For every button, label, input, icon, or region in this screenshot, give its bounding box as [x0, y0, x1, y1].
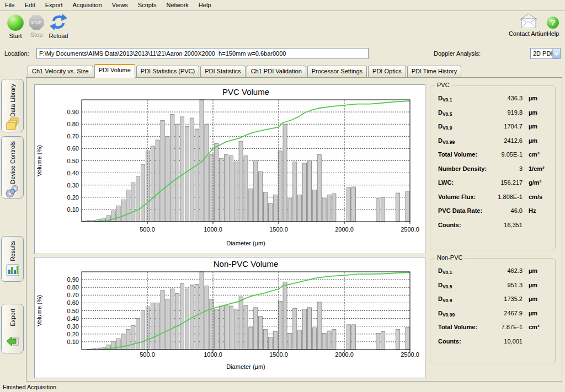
stat-label-subscript: V0.9 [443, 125, 452, 131]
stat-unit: cm/s [529, 194, 551, 200]
stat-unit: µm [529, 282, 551, 288]
stat-label: DV0.1 [438, 95, 452, 101]
svg-text:0.80: 0.80 [67, 121, 79, 127]
start-button-label: Start [3, 33, 28, 39]
tab-processor-settings[interactable]: Processor Settings [307, 66, 367, 77]
stat-label-subscript: V0.5 [443, 111, 452, 117]
location-input[interactable] [36, 48, 369, 59]
stat-label: Volume Flux: [438, 194, 476, 200]
non-pvc-volume-chart: Non-PVC VolumeDiameter (µm)Volume (%)0.1… [34, 257, 425, 378]
stat-unit: µm [529, 310, 551, 316]
stat-value: 1735.2 [488, 296, 523, 302]
stat-label: DV0.5 [438, 109, 452, 116]
stat-value: 46.0 [488, 207, 523, 214]
svg-text:2000.0: 2000.0 [335, 351, 354, 358]
pvc-volume-chart: PVC VolumeDiameter (µm)Volume (%)0.100.2… [34, 84, 425, 254]
help-icon: ? [547, 17, 559, 29]
help-button[interactable]: ? Help [541, 13, 565, 37]
stat-label: Counts: [438, 338, 461, 345]
sidebar-item-device-controls[interactable]: Device Controls [1, 136, 24, 198]
stat-unit: µm [529, 95, 551, 101]
tab-pdi-time-history[interactable]: PDI Time History [407, 66, 462, 77]
bar-chart-icon [6, 263, 20, 278]
stat-unit: µm [529, 137, 551, 144]
app-window: FileEditExportAcquisitionViewsScriptsNet… [0, 0, 565, 392]
stat-value: 462.3 [488, 267, 523, 274]
stat-label: DV0.5 [438, 282, 452, 288]
stat-row-dv0-5: DV0.5919.8µm [438, 109, 551, 123]
stat-unit: µm [529, 267, 551, 274]
svg-text:Volume (%): Volume (%) [36, 145, 42, 176]
stat-row-dv0-99: DV0.992467.9µm [438, 310, 551, 324]
start-button[interactable]: Start [3, 13, 28, 39]
stat-row-counts: Counts:10,001 [438, 338, 551, 352]
stat-label: Counts: [438, 222, 461, 228]
stat-value: 16,351 [488, 222, 523, 228]
menu-help[interactable]: Help [194, 1, 216, 10]
svg-text:0.20: 0.20 [67, 194, 79, 201]
stat-unit: Hz [529, 207, 551, 214]
svg-text:0.40: 0.40 [67, 170, 79, 176]
tab-pdi-statistics[interactable]: PDI Statistics [200, 66, 245, 77]
svg-text:0.70: 0.70 [67, 133, 79, 139]
svg-text:0.30: 0.30 [67, 323, 79, 330]
doppler-analysis-value: 2D PDI [531, 49, 552, 58]
stat-row-dv0-9: DV0.91704.7µm [438, 123, 551, 137]
menu-scripts[interactable]: Scripts [133, 1, 162, 10]
tab-pdi-volume[interactable]: PDI Volume [94, 64, 135, 78]
svg-text:0.30: 0.30 [67, 182, 79, 189]
stat-value: 919.8 [488, 109, 523, 116]
stop-button[interactable]: STOP Stop [25, 13, 47, 38]
sidebar-item-data-library[interactable]: Data Library [1, 79, 24, 132]
sidebar-item-export[interactable]: Export [1, 304, 24, 353]
tab-ch1-pdi-validation[interactable]: Ch1 PDI Validation [247, 66, 306, 77]
svg-text:0.50: 0.50 [67, 158, 79, 164]
reload-icon [46, 13, 71, 31]
stat-value: 7.87E-1 [488, 324, 523, 330]
tab-pdi-statistics-pvc[interactable]: PDI Statistics (PVC) [136, 66, 199, 77]
svg-text:0.40: 0.40 [67, 315, 79, 322]
menu-edit[interactable]: Edit [20, 1, 40, 10]
svg-text:Non-PVC Volume: Non-PVC Volume [214, 259, 279, 269]
non-pvc-stats-panel: Non-PVC DV0.1462.3µmDV0.5951.3µmDV0.9173… [430, 258, 556, 363]
stat-row-total-volume: Total Volume:9.05E-1cm³ [438, 151, 551, 165]
reload-button[interactable]: Reload [46, 13, 71, 39]
stat-value: 9.05E-1 [488, 151, 523, 158]
stat-row-total-volume: Total Volume:7.87E-1cm³ [438, 324, 551, 338]
svg-text:Volume (%): Volume (%) [36, 295, 42, 326]
menu-file[interactable]: File [0, 1, 20, 10]
stat-value: 3 [488, 165, 523, 172]
stat-row-dv0-9: DV0.91735.2µm [438, 296, 551, 310]
svg-text:2000.0: 2000.0 [335, 226, 354, 233]
stat-label-subscript: V0.9 [443, 298, 452, 303]
svg-text:0.20: 0.20 [67, 331, 79, 337]
menu-export[interactable]: Export [40, 1, 68, 10]
stat-label-subscript: V0.1 [443, 97, 452, 103]
sidebar-item-label: Device Controls [9, 141, 16, 184]
sidebar-item-label: Results [9, 241, 16, 261]
svg-text:0.80: 0.80 [67, 284, 79, 291]
stat-row-volume-flux: Volume Flux:1.808E-1cm/s [438, 194, 551, 208]
doppler-analysis-select[interactable]: 2D PDI [530, 48, 561, 59]
svg-text:1500.0: 1500.0 [269, 351, 288, 358]
menu-network[interactable]: Network [161, 1, 193, 10]
svg-text:0.10: 0.10 [67, 339, 79, 345]
tab-ch1-velocity-vs-size[interactable]: Ch1 Velocity vs. Size [28, 66, 93, 77]
stat-label: DV0.9 [438, 296, 452, 302]
svg-text:0.10: 0.10 [67, 206, 79, 213]
sidebar-item-results[interactable]: Results [1, 236, 24, 282]
tab-pdi-optics[interactable]: PDI Optics [368, 66, 406, 77]
stat-unit: g/m³ [529, 179, 551, 186]
svg-text:1000.0: 1000.0 [204, 351, 222, 358]
stop-icon: STOP [29, 15, 44, 30]
stat-unit: cm³ [529, 324, 551, 330]
stat-row-dv0-1: DV0.1436.3µm [438, 95, 551, 109]
gears-icon [6, 184, 20, 200]
status-bar: Finished Acquisition [0, 382, 565, 392]
pdi-volume-tab-page: PVC VolumeDiameter (µm)Volume (%)0.100.2… [26, 77, 562, 382]
menu-acquisition[interactable]: Acquisition [68, 1, 107, 10]
chevron-down-icon[interactable] [552, 49, 560, 58]
stat-row-dv0-5: DV0.5951.3µm [438, 282, 551, 296]
menu-views[interactable]: Views [107, 1, 133, 10]
stat-value: 2467.9 [488, 310, 523, 316]
